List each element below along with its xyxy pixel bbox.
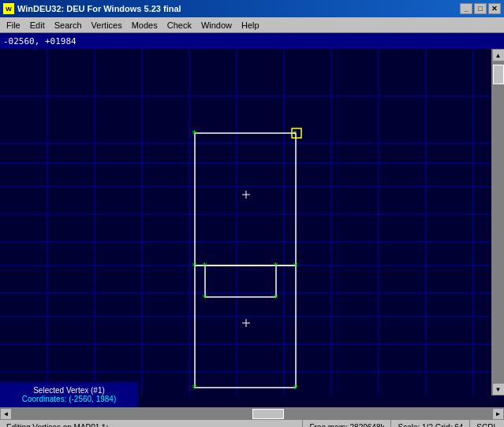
menu-item-search[interactable]: Search [50, 19, 87, 32]
svg-text:*: * [293, 261, 298, 272]
scroll-track-horizontal [12, 408, 492, 420]
menu-item-vertices[interactable]: Vertices [87, 19, 127, 32]
svg-text:*: * [202, 292, 207, 303]
horizontal-scrollbar[interactable]: ◄ ► [0, 407, 504, 419]
menu-item-check[interactable]: Check [162, 19, 196, 32]
titlebar-title: WinDEU32: DEU For Windows 5.23 final [17, 4, 181, 13]
menu-item-file[interactable]: File [2, 19, 25, 32]
scroll-track-vertical [492, 61, 505, 383]
minimize-button[interactable]: _ [460, 3, 472, 14]
menu-item-edit[interactable]: Edit [25, 19, 50, 32]
statusbar: Editing Vertices on MAP01 *+ Free mem: 2… [0, 419, 504, 427]
scroll-up-button[interactable]: ▲ [492, 49, 505, 61]
scroll-left-button[interactable]: ◄ [0, 408, 12, 420]
svg-text:*: * [202, 261, 207, 272]
titlebar-left: W WinDEU32: DEU For Windows 5.23 final [3, 3, 181, 14]
scrl-status: SCRL [470, 420, 504, 427]
map-viewport[interactable]: * * * * * * * * * * [0, 49, 491, 395]
menu-item-modes[interactable]: Modes [127, 19, 162, 32]
coordbar: -02560, +01984 [0, 33, 504, 49]
info-panel: Selected Vertex (#1) Coordinates: (-2560… [0, 382, 138, 407]
vertical-scrollbar[interactable]: ▲ ▼ [491, 49, 504, 395]
titlebar: W WinDEU32: DEU For Windows 5.23 final _… [0, 0, 504, 17]
freemem-status: Free mem: 2820648k [303, 420, 391, 427]
coordinates-label: Coordinates: (-2560, 1984) [22, 395, 117, 403]
scroll-thumb-vertical[interactable] [493, 65, 504, 84]
menubar: FileEditSearchVerticesModesCheckWindowHe… [0, 17, 504, 33]
scroll-down-button[interactable]: ▼ [492, 383, 505, 395]
maximize-button[interactable]: □ [474, 3, 487, 14]
svg-text:*: * [293, 130, 297, 139]
scale-status: Scale: 1/2 Grid: 64 [391, 420, 470, 427]
scroll-thumb-horizontal[interactable] [252, 409, 284, 419]
menu-item-window[interactable]: Window [196, 19, 237, 32]
coordinates-display: -02560, +01984 [3, 36, 77, 46]
menu-item-help[interactable]: Help [237, 19, 264, 32]
scroll-right-button[interactable]: ► [492, 408, 504, 420]
svg-text:*: * [192, 383, 197, 394]
app-icon: W [3, 3, 14, 14]
svg-text:*: * [192, 261, 197, 272]
svg-rect-0 [0, 49, 491, 395]
svg-text:*: * [293, 383, 298, 394]
svg-text:*: * [273, 292, 278, 303]
close-button[interactable]: ✕ [488, 3, 501, 14]
titlebar-buttons: _ □ ✕ [460, 3, 501, 14]
svg-text:*: * [192, 128, 197, 139]
svg-text:*: * [273, 261, 278, 272]
editing-status: Editing Vertices on MAP01 *+ [0, 420, 303, 427]
selected-vertex-label: Selected Vertex (#1) [33, 386, 105, 395]
